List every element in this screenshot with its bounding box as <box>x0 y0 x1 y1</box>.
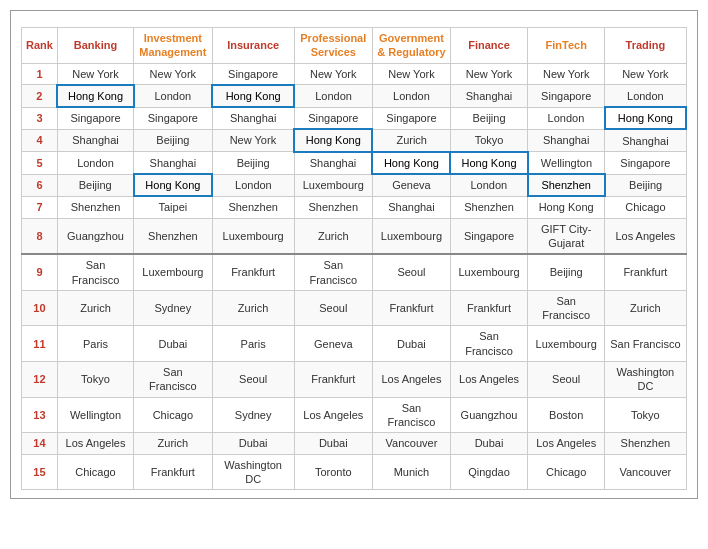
cell-fintech: Chicago <box>528 454 605 490</box>
cell-insurance: Shanghai <box>212 107 294 129</box>
cell-trading: Chicago <box>605 196 686 218</box>
cell-fintech: Luxembourg <box>528 326 605 362</box>
cell-gov_reg: Frankfurt <box>372 290 450 326</box>
cell-prof_services: Shenzhen <box>294 196 372 218</box>
cell-trading: Vancouver <box>605 454 686 490</box>
cell-prof_services: Frankfurt <box>294 362 372 398</box>
cell-banking: Hong Kong <box>57 85 133 107</box>
cell-banking: San Francisco <box>57 254 133 290</box>
cell-prof_services: Hong Kong <box>294 129 372 151</box>
cell-banking: Los Angeles <box>57 433 133 454</box>
cell-finance: Frankfurt <box>450 290 527 326</box>
cell-fintech: GIFT City-Gujarat <box>528 218 605 254</box>
data-table: Rank Banking InvestmentManagement Insura… <box>21 27 687 490</box>
cell-gov_reg: Los Angeles <box>372 362 450 398</box>
table-container: Rank Banking InvestmentManagement Insura… <box>10 10 698 499</box>
cell-gov_reg: Dubai <box>372 326 450 362</box>
cell-fintech: Shenzhen <box>528 174 605 196</box>
cell-finance: Singapore <box>450 218 527 254</box>
cell-trading: Singapore <box>605 152 686 174</box>
cell-trading: Los Angeles <box>605 218 686 254</box>
table-row: 15ChicagoFrankfurtWashington DCTorontoMu… <box>22 454 687 490</box>
cell-inv_mgmt: Taipei <box>134 196 213 218</box>
cell-finance: Beijing <box>450 107 527 129</box>
rank-cell: 5 <box>22 152 58 174</box>
cell-finance: Qingdao <box>450 454 527 490</box>
cell-inv_mgmt: Chicago <box>134 397 213 433</box>
cell-inv_mgmt: Luxembourg <box>134 254 213 290</box>
cell-insurance: Sydney <box>212 397 294 433</box>
cell-insurance: Hong Kong <box>212 85 294 107</box>
cell-banking: Shenzhen <box>57 196 133 218</box>
header-prof-services: ProfessionalServices <box>294 28 372 64</box>
cell-finance: Shanghai <box>450 85 527 107</box>
cell-inv_mgmt: Hong Kong <box>134 174 213 196</box>
cell-banking: Zurich <box>57 290 133 326</box>
cell-fintech: Hong Kong <box>528 196 605 218</box>
cell-finance: Hong Kong <box>450 152 527 174</box>
cell-insurance: Frankfurt <box>212 254 294 290</box>
cell-fintech: Boston <box>528 397 605 433</box>
cell-prof_services: Dubai <box>294 433 372 454</box>
header-finance: Finance <box>450 28 527 64</box>
cell-fintech: Beijing <box>528 254 605 290</box>
cell-finance: Shenzhen <box>450 196 527 218</box>
rank-cell: 2 <box>22 85 58 107</box>
rank-cell: 11 <box>22 326 58 362</box>
header-rank: Rank <box>22 28 58 64</box>
header-insurance: Insurance <box>212 28 294 64</box>
cell-finance: Guangzhou <box>450 397 527 433</box>
cell-prof_services: Luxembourg <box>294 174 372 196</box>
cell-insurance: Luxembourg <box>212 218 294 254</box>
cell-banking: Paris <box>57 326 133 362</box>
cell-prof_services: Toronto <box>294 454 372 490</box>
cell-banking: Wellington <box>57 397 133 433</box>
cell-banking: Guangzhou <box>57 218 133 254</box>
table-row: 5LondonShanghaiBeijingShanghaiHong KongH… <box>22 152 687 174</box>
cell-insurance: Zurich <box>212 290 294 326</box>
cell-banking: Shanghai <box>57 129 133 151</box>
cell-gov_reg: Geneva <box>372 174 450 196</box>
cell-trading: Tokyo <box>605 397 686 433</box>
cell-trading: Frankfurt <box>605 254 686 290</box>
header-trading: Trading <box>605 28 686 64</box>
table-row: 3SingaporeSingaporeShanghaiSingaporeSing… <box>22 107 687 129</box>
cell-insurance: Singapore <box>212 63 294 85</box>
rank-cell: 10 <box>22 290 58 326</box>
header-gov-reg: Government& Regulatory <box>372 28 450 64</box>
cell-insurance: Seoul <box>212 362 294 398</box>
cell-insurance: Dubai <box>212 433 294 454</box>
cell-inv_mgmt: Zurich <box>134 433 213 454</box>
cell-gov_reg: Vancouver <box>372 433 450 454</box>
table-row: 1New YorkNew YorkSingaporeNew YorkNew Yo… <box>22 63 687 85</box>
rank-cell: 1 <box>22 63 58 85</box>
cell-inv_mgmt: Singapore <box>134 107 213 129</box>
cell-trading: Shanghai <box>605 129 686 151</box>
cell-inv_mgmt: Dubai <box>134 326 213 362</box>
table-row: 13WellingtonChicagoSydneyLos AngelesSan … <box>22 397 687 433</box>
cell-insurance: New York <box>212 129 294 151</box>
rank-cell: 3 <box>22 107 58 129</box>
cell-fintech: Seoul <box>528 362 605 398</box>
header-inv-mgmt: InvestmentManagement <box>134 28 213 64</box>
rank-cell: 7 <box>22 196 58 218</box>
cell-prof_services: Zurich <box>294 218 372 254</box>
cell-trading: San Francisco <box>605 326 686 362</box>
cell-gov_reg: New York <box>372 63 450 85</box>
rank-cell: 8 <box>22 218 58 254</box>
cell-prof_services: Geneva <box>294 326 372 362</box>
cell-prof_services: New York <box>294 63 372 85</box>
cell-insurance: London <box>212 174 294 196</box>
cell-prof_services: San Francisco <box>294 254 372 290</box>
cell-gov_reg: Seoul <box>372 254 450 290</box>
cell-gov_reg: Munich <box>372 454 450 490</box>
cell-inv_mgmt: San Francisco <box>134 362 213 398</box>
cell-fintech: Shanghai <box>528 129 605 151</box>
cell-banking: New York <box>57 63 133 85</box>
cell-fintech: London <box>528 107 605 129</box>
cell-finance: Dubai <box>450 433 527 454</box>
cell-finance: San Francisco <box>450 326 527 362</box>
cell-finance: Luxembourg <box>450 254 527 290</box>
cell-inv_mgmt: London <box>134 85 213 107</box>
table-row: 14Los AngelesZurichDubaiDubaiVancouverDu… <box>22 433 687 454</box>
